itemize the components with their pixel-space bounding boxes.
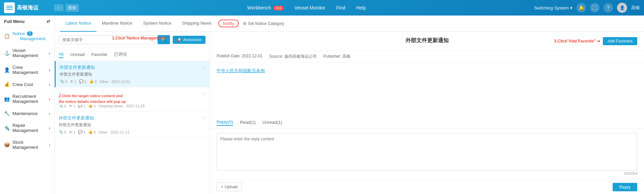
sidebar-item-notice[interactable]: 📋 Notice 0 Management — [0, 28, 54, 45]
notice-tag-3: Other — [99, 130, 108, 134]
report-button[interactable]: 图报 — [65, 4, 79, 12]
filter-all[interactable]: All — [59, 51, 63, 58]
publish-date: Publish Date: 2022-12-01 — [217, 54, 262, 59]
center-nav: Workbench 416 Vessel Monitor Find Help — [79, 5, 534, 10]
repair-arrow-icon: › — [49, 126, 50, 131]
notice-card-2[interactable]: hi ☆ hi 📎0 👁1 💬1 👍0 Shipping News 2022-1… — [55, 87, 209, 112]
reply-input[interactable] — [217, 133, 637, 171]
notice-date-1: 2022-12-01 — [111, 80, 130, 84]
sidebar-item-vessel[interactable]: ⚓ Vessel Management › — [0, 45, 54, 61]
cost-arrow-icon: › — [49, 82, 50, 87]
fullscreen-icon[interactable]: ⛶ — [590, 3, 599, 12]
comment-icon-2: 💬 — [78, 104, 83, 108]
sidebar-item-recruitment[interactable]: 👥 Recruitment Management › — [0, 90, 54, 107]
detail-content: 中华人民共和国船员条例 — [210, 62, 644, 116]
notice-comments-1: 💬1 — [79, 79, 86, 84]
stock-label: Stock Management — [12, 140, 49, 150]
search-button[interactable]: 🔍 — [158, 35, 170, 44]
help-icon[interactable]: ? — [604, 3, 613, 12]
tabs-row: Latest Notice Maritime Notice System Not… — [55, 16, 644, 32]
add-favorites-button[interactable]: Add Favorites — [603, 37, 637, 45]
tab-notify[interactable]: Notify — [218, 20, 239, 27]
workbench-link[interactable]: Workbench 416 — [247, 5, 284, 10]
char-count: 254/254 — [217, 171, 637, 175]
filter-unread[interactable]: Unread — [70, 51, 85, 58]
filter-commented[interactable]: 已评论 — [114, 51, 127, 58]
workbench-badge: 416 — [273, 6, 283, 10]
reply-tab-read[interactable]: Read(1) — [240, 119, 256, 126]
repair-icon: 🔩 — [4, 125, 10, 131]
maint-icon: 🔧 — [4, 111, 10, 116]
notice-desc-2: hi — [59, 97, 205, 102]
notice-tag-2: Shipping News — [99, 104, 123, 108]
sidebar-item-stock[interactable]: 📦 Stock Management › — [0, 136, 54, 153]
menu-toggle-icon[interactable]: ⇄ — [47, 19, 50, 24]
upload-button[interactable]: + Upload — [217, 183, 242, 191]
stock-arrow-icon: › — [49, 142, 50, 147]
notification-icon[interactable]: 🔔 — [577, 3, 586, 12]
content-area: Latest Notice Maritime Notice System Not… — [55, 16, 644, 194]
filter-favorite[interactable]: Favorite — [91, 51, 107, 58]
logo-text: 高银海运 — [17, 4, 38, 11]
find-link[interactable]: Find — [336, 5, 345, 10]
vessel-monitor-link[interactable]: Vessel Monitor — [295, 5, 326, 10]
tab-shipping-news[interactable]: Shipping News — [177, 16, 217, 32]
upload-label: Upload — [225, 185, 237, 189]
right-panel: 外部文件更新通知 3.Click"Add Favorite" ➜ Add Fav… — [210, 32, 644, 194]
upload-icon: + — [221, 185, 223, 189]
recruit-label: Recruitment Management — [12, 94, 49, 104]
reply-area: 254/254 — [210, 129, 644, 180]
repair-label: Repair Management — [12, 123, 49, 133]
tab-latest-notice[interactable]: Latest Notice — [60, 16, 96, 32]
back-button[interactable]: ← — [54, 4, 63, 11]
notice-desc-3: 外部文件更新通知 — [59, 122, 205, 128]
announce-button[interactable]: 📢 Announce — [173, 36, 205, 44]
search-row: 🔍 📢 Announce — [55, 32, 209, 48]
star-button-2[interactable]: ☆ — [202, 91, 206, 96]
switching-label: Switching System — [534, 5, 569, 10]
tab-system-notice[interactable]: System Notice — [138, 16, 177, 32]
sidebar-item-maintenance[interactable]: 🔧 Maintenance › — [0, 107, 54, 119]
avatar[interactable]: 👤 — [617, 3, 627, 13]
notice-comments-3: 💬1 — [78, 130, 85, 134]
like-icon-3: 👍 — [88, 130, 93, 134]
reply-tab-reply[interactable]: Reply(0) — [217, 119, 233, 126]
logo: 高银海运 — [4, 2, 51, 13]
chevron-down-icon: ▾ — [570, 5, 572, 10]
announce-icon: 📢 — [177, 37, 182, 42]
search-input[interactable] — [59, 35, 155, 44]
publisher: Publisher: 高银 — [324, 54, 351, 59]
sidebar-item-repair[interactable]: 🔩 Repair Management › — [0, 119, 54, 136]
set-notice-category[interactable]: ⚙ Set Notice Category — [243, 21, 284, 26]
notice-views-1: 👁1 — [70, 80, 76, 84]
notice-date-2: 2022-11-25 — [126, 104, 145, 108]
vessel-arrow-icon: › — [49, 51, 50, 56]
star-button-3[interactable]: ☆ — [202, 115, 206, 120]
notice-badge: 0 — [27, 31, 33, 36]
sidebar-item-crew[interactable]: 👤 Crew Management › — [0, 61, 54, 78]
tab-maritime-notice[interactable]: Maritime Notice — [96, 16, 138, 32]
right-nav: Switching System ▾ 🔔 ⛶ ? 👤 高银 — [534, 3, 640, 13]
attachment-icon-2: 📎 — [59, 104, 63, 108]
detail-link[interactable]: 中华人民共和国船员条例 — [217, 68, 265, 73]
star-button-1[interactable]: ☆ — [202, 64, 206, 70]
notice-card-1[interactable]: 外部文件更新通知 ☆ 外部文件更新通知 📎0 👁1 💬1 👍0 Other 20… — [55, 61, 209, 87]
vessel-label: Vessel Management — [12, 48, 49, 58]
notice-likes-3: 👍0 — [88, 130, 95, 134]
detail-title: 外部文件更新通知 — [357, 37, 497, 44]
notice-card-3[interactable]: 外部文件更新通知 ☆ 外部文件更新通知 📎0 👁1 💬1 👍0 Other 20… — [55, 112, 209, 138]
reply-tab-unread[interactable]: Unread(1) — [262, 119, 282, 126]
eye-icon-2: 👁 — [69, 104, 73, 108]
crew-arrow-icon: › — [49, 67, 50, 73]
vessel-icon: ⚓ — [4, 50, 10, 56]
detail-header: 外部文件更新通知 3.Click"Add Favorite" ➜ Add Fav… — [210, 32, 644, 51]
help-link[interactable]: Help — [356, 5, 366, 10]
switching-system-button[interactable]: Switching System ▾ — [534, 5, 572, 10]
crew-icon: 👤 — [4, 67, 10, 73]
notice-title-1: 外部文件更新通知 — [60, 64, 95, 71]
notice-views-2: 👁1 — [69, 104, 75, 108]
sidebar-header: Full Menu ⇄ — [0, 16, 54, 28]
sidebar-item-crew-cost[interactable]: 💰 Crew Cost › — [0, 78, 54, 90]
reply-submit-button[interactable]: Reply — [613, 183, 637, 191]
recruit-arrow-icon: › — [49, 96, 50, 102]
